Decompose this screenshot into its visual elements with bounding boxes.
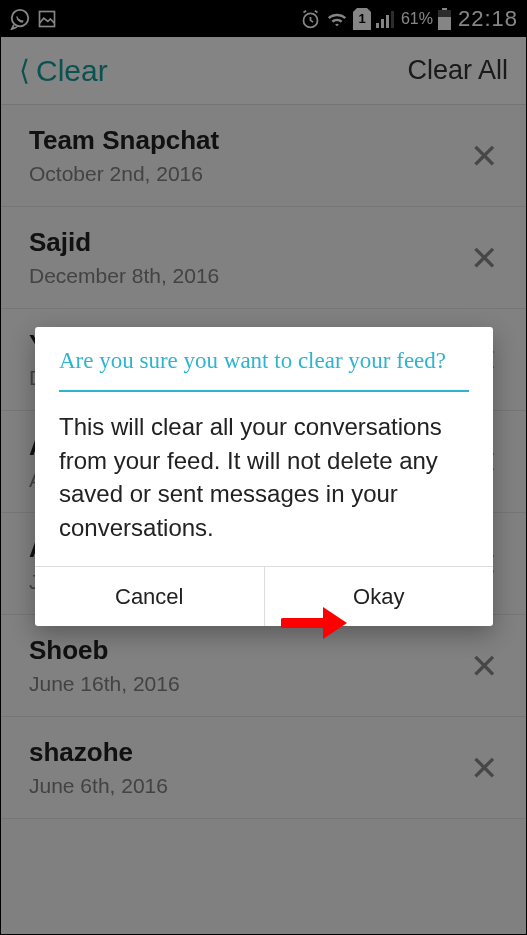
- dialog-body: This will clear all your conversations f…: [35, 392, 493, 566]
- confirm-dialog: Are you sure you want to clear your feed…: [35, 327, 493, 626]
- okay-button[interactable]: Okay: [264, 567, 494, 626]
- cancel-button[interactable]: Cancel: [35, 567, 264, 626]
- dialog-title: Are you sure you want to clear your feed…: [35, 327, 493, 390]
